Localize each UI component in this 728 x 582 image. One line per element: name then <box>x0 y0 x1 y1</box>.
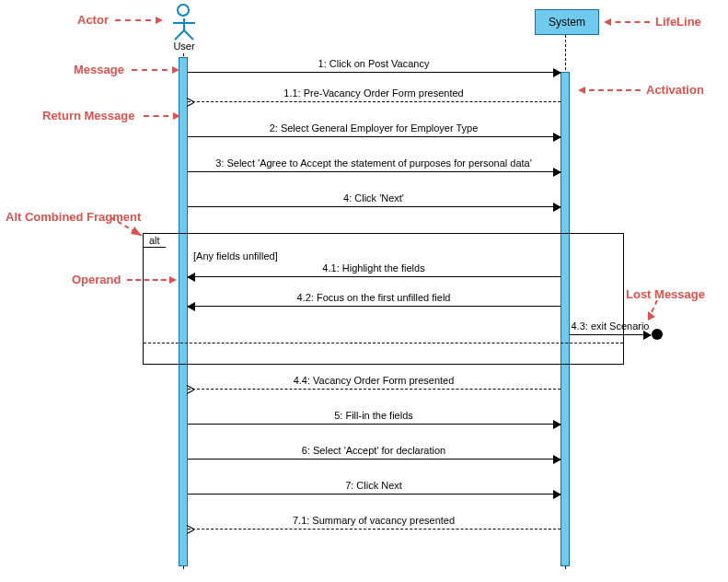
annotation-lost-message: Lost Message <box>626 287 705 301</box>
annotation-operand-arrow <box>127 279 175 281</box>
msg-7 <box>188 494 560 495</box>
svg-marker-7 <box>648 311 655 320</box>
msg-5-label: 5: Fill-in the fields <box>334 410 413 421</box>
svg-line-3 <box>184 30 193 40</box>
annotation-return-message: Return Message <box>42 109 134 122</box>
annotation-operand: Operand <box>72 273 121 286</box>
annotation-lifeline-arrow <box>606 21 650 23</box>
annotation-actor-arrow <box>115 19 161 21</box>
msg-1-label: 1: Click on Post Vacancy <box>318 58 430 69</box>
msg-4-1-label: 4.1: Highlight the fields <box>322 262 424 274</box>
lost-message-terminator <box>652 329 663 340</box>
msg-1 <box>188 72 560 73</box>
alt-divider <box>144 343 623 343</box>
actor-label: User <box>170 41 198 52</box>
msg-4 <box>188 206 560 207</box>
msg-3 <box>188 171 560 172</box>
msg-4-4 <box>188 389 560 390</box>
msg-1-1 <box>188 101 560 102</box>
annotation-message: Message <box>74 63 124 76</box>
msg-2-label: 2: Select General Employer for Employer … <box>270 122 479 134</box>
msg-7-label: 7: Click Next <box>345 480 402 491</box>
msg-4-3-label: 4.3: exit Scenario <box>572 320 650 332</box>
msg-4-3 <box>570 334 651 335</box>
alt-guard: [Any fields unfilled] <box>193 250 278 262</box>
msg-2 <box>188 136 560 137</box>
msg-5 <box>188 424 560 425</box>
msg-1-1-label: 1.1: Pre-Vacancy Order Form presented <box>283 87 463 99</box>
msg-4-4-label: 4.4: Vacancy Order Form presented <box>294 375 455 386</box>
svg-line-2 <box>175 30 184 40</box>
msg-4-1 <box>188 276 560 277</box>
lifeline-system: System <box>535 9 599 35</box>
msg-7-1-label: 7.1: Summary of vacancy presented <box>293 515 455 526</box>
svg-marker-5 <box>131 227 142 236</box>
annotation-actor: Actor <box>77 13 109 27</box>
sequence-diagram: User System 1: Click on Post Vacancy 1.1… <box>0 0 728 582</box>
msg-7-1 <box>188 529 560 530</box>
msg-4-label: 4: Click 'Next' <box>343 192 404 204</box>
annotation-lifeline: LifeLine <box>655 15 701 29</box>
annotation-return-arrow <box>144 115 179 117</box>
msg-6-label: 6: Select 'Accept' for declaration <box>302 445 445 456</box>
lifeline-label: System <box>549 16 585 29</box>
msg-4-2-label: 4.2: Focus on the first unfilled field <box>297 292 451 303</box>
msg-3-label: 3: Select 'Agree to Accept the statement… <box>215 157 532 169</box>
annotation-activation: Activation <box>646 83 704 97</box>
msg-6 <box>188 459 560 460</box>
annotation-message-arrow <box>132 69 178 71</box>
annotation-activation-arrow <box>580 89 641 91</box>
msg-4-2 <box>188 306 560 307</box>
